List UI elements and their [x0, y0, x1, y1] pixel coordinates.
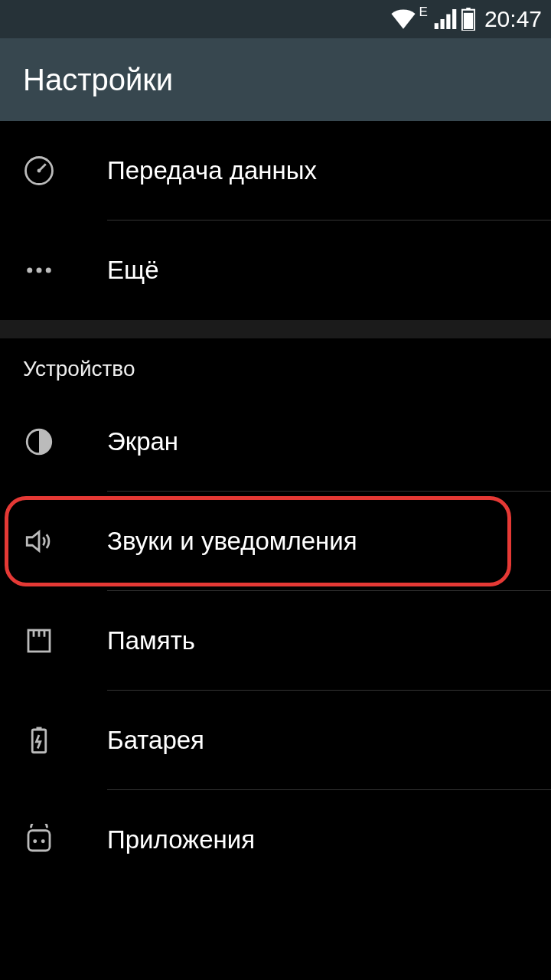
settings-list: Передача данных Ещё Устройство Экран	[0, 121, 551, 890]
list-item-sound[interactable]: Звуки и уведомления	[0, 492, 551, 591]
svg-rect-19	[37, 727, 42, 730]
svg-point-11	[37, 268, 42, 273]
svg-rect-20	[28, 831, 50, 851]
storage-icon	[23, 625, 107, 657]
brightness-icon	[23, 426, 107, 458]
battery-icon	[461, 8, 475, 31]
app-bar: Настройки	[0, 38, 551, 121]
svg-rect-1	[440, 19, 444, 29]
list-item-storage[interactable]: Память	[0, 591, 551, 691]
section-header-device: Устройство	[0, 338, 551, 392]
dots-icon	[23, 254, 107, 286]
list-item-label: Экран	[107, 427, 178, 456]
svg-rect-2	[446, 15, 450, 30]
list-item-label: Звуки и уведомления	[107, 527, 357, 556]
svg-point-10	[27, 268, 32, 273]
section-divider	[0, 320, 551, 338]
list-item-display[interactable]: Экран	[0, 392, 551, 492]
list-item-data-usage[interactable]: Передача данных	[0, 121, 551, 220]
list-item-label: Передача данных	[107, 156, 317, 185]
svg-point-21	[33, 839, 37, 843]
list-item-more[interactable]: Ещё	[0, 220, 551, 320]
svg-rect-0	[435, 23, 439, 29]
status-bar: E 20:47	[0, 0, 551, 38]
list-item-label: Память	[107, 626, 195, 655]
signal-icon	[434, 9, 457, 29]
svg-rect-6	[464, 13, 473, 29]
svg-rect-3	[452, 9, 456, 29]
clock: 20:47	[484, 6, 542, 32]
battery-charging-icon	[23, 724, 107, 756]
list-item-battery[interactable]: Батарея	[0, 691, 551, 790]
page-title: Настройки	[23, 63, 173, 97]
list-item-label: Батарея	[107, 726, 204, 755]
svg-point-22	[41, 839, 45, 843]
svg-point-12	[46, 268, 51, 273]
apps-icon	[23, 824, 107, 856]
network-type-label: E	[419, 0, 428, 18]
list-item-label: Приложения	[107, 825, 255, 854]
svg-point-9	[37, 169, 41, 173]
list-item-label: Ещё	[107, 256, 159, 285]
list-item-apps[interactable]: Приложения	[0, 790, 551, 890]
wifi-icon	[390, 9, 416, 29]
gauge-icon	[23, 155, 107, 187]
speaker-icon	[23, 525, 107, 557]
